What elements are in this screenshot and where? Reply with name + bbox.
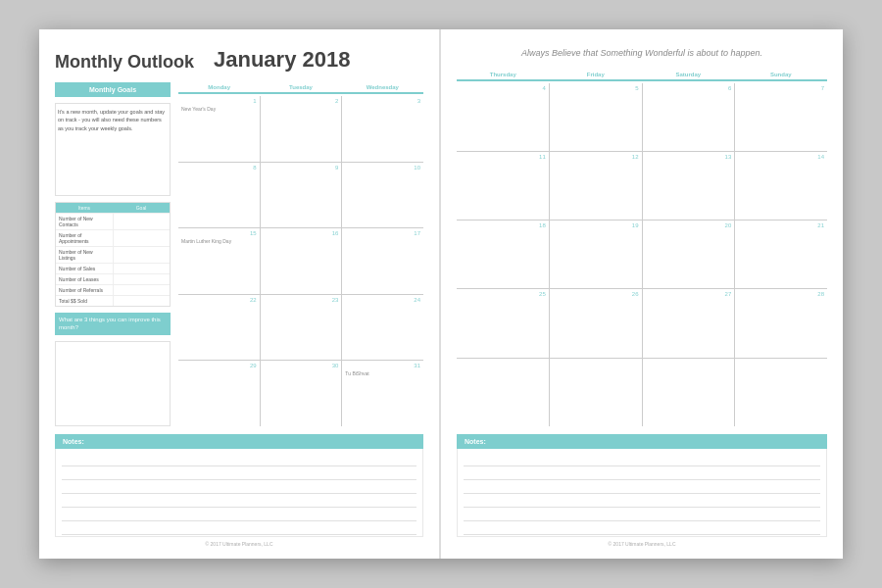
cal-date: 30: [264, 363, 339, 368]
cal-week: 4 5 6 7: [457, 83, 827, 152]
cal-cell: [457, 359, 550, 426]
row-label: Total $$ Sold: [56, 296, 114, 306]
cal-date: 20: [646, 222, 732, 228]
left-page: Monthly Outlook January 2018 Monthly Goa…: [39, 29, 441, 559]
book-container: Monthly Outlook January 2018 Monthly Goa…: [39, 29, 843, 559]
note-line: [464, 521, 820, 535]
cal-grid-right: 4 5 6 7 11 12 13 14 18 19 20 21: [457, 83, 827, 426]
note-line: [62, 521, 416, 535]
day-wednesday: Wednesday: [342, 82, 423, 94]
left-content: Monthly Goals It's a new month, update y…: [55, 82, 423, 426]
cal-cell: 8: [178, 163, 261, 228]
cal-date: 2: [264, 98, 339, 104]
right-page: Always Believe that Something Wonderful …: [441, 29, 843, 559]
cal-date: 24: [345, 297, 420, 303]
note-line: [464, 466, 820, 480]
cal-cell: 19: [550, 220, 643, 288]
goals-table-header: Items Goal: [56, 203, 170, 213]
row-goal: [114, 264, 171, 273]
cal-date: 9: [264, 165, 339, 171]
cal-cell: 4: [457, 83, 550, 151]
cal-cell: 25: [457, 289, 550, 357]
cal-cell: 13: [643, 152, 736, 220]
cal-date: 10: [345, 165, 420, 171]
cal-date: 7: [738, 85, 824, 91]
cal-week: 25 26 27 28: [457, 289, 827, 358]
cal-date: 21: [738, 222, 824, 228]
cal-cell: 5: [550, 83, 643, 151]
cal-cell: 28: [735, 289, 827, 357]
cal-cell: 29: [178, 361, 261, 426]
cal-week: 29 30 31 Tu BiShvat: [178, 361, 423, 426]
cal-date: 19: [553, 222, 639, 228]
cal-cell: 20: [643, 220, 736, 288]
cal-date: 14: [738, 154, 824, 160]
cal-cell: 21: [735, 220, 827, 288]
table-row: Number of Referrals: [56, 284, 170, 295]
cal-date: 16: [264, 230, 339, 236]
cal-cell: [735, 359, 827, 426]
cal-week: 18 19 20 21: [457, 220, 827, 289]
cal-date: 8: [181, 165, 257, 171]
cal-date: 6: [646, 85, 732, 91]
cal-cell: 17: [342, 228, 423, 294]
day-monday: Monday: [178, 82, 260, 94]
row-label: Number of Appointments: [56, 230, 114, 246]
right-footer: © 2017 Ultimate Planners, LLC: [457, 541, 827, 547]
cal-date: 25: [460, 291, 546, 297]
cal-cell: 16: [261, 228, 343, 294]
row-goal: [114, 274, 171, 284]
day-sunday: Sunday: [735, 70, 828, 81]
cal-cell: 1 New Year's Day: [178, 96, 261, 162]
improve-header: What are 3 things you can improve this m…: [55, 313, 171, 336]
cal-date: 5: [553, 85, 639, 91]
cal-date: 18: [460, 222, 546, 228]
notes-header-left: Notes:: [55, 434, 423, 449]
day-friday: Friday: [550, 70, 643, 81]
cal-week: [457, 359, 827, 426]
left-header: Monthly Outlook January 2018: [55, 47, 423, 73]
row-goal: [114, 214, 171, 229]
cal-week: 8 9 10: [178, 163, 423, 229]
notes-lines-right: [457, 449, 827, 537]
table-row: Number of New Contacts: [56, 213, 170, 229]
right-cal-days-header: Thursday Friday Saturday Sunday: [457, 70, 827, 81]
cal-event: New Year's Day: [181, 106, 257, 112]
cal-cell: 12: [550, 152, 643, 220]
notes-lines-left: [55, 449, 423, 537]
note-line: [62, 508, 416, 521]
note-line: [62, 480, 416, 494]
goals-table: Items Goal Number of New Contacts Number…: [55, 202, 171, 307]
cal-days-header: Monday Tuesday Wednesday: [178, 82, 423, 94]
row-label: Number of Sales: [56, 264, 114, 273]
cal-cell: 14: [735, 152, 827, 220]
notes-section-left: Notes:: [55, 434, 423, 537]
cal-date: 27: [646, 291, 732, 297]
cal-date: 13: [646, 154, 732, 160]
note-line: [464, 480, 820, 494]
cal-cell: 18: [457, 220, 550, 288]
row-label: Number of New Contacts: [56, 214, 114, 229]
goals-text: It's a new month, update your goals and …: [55, 103, 171, 196]
cal-date: 1: [181, 98, 257, 104]
right-calendar: Thursday Friday Saturday Sunday 4 5 6 7 …: [457, 70, 827, 426]
notes-header-right: Notes:: [457, 434, 827, 449]
cal-cell: 27: [643, 289, 736, 357]
right-quote: Always Believe that Something Wonderful …: [457, 47, 827, 60]
cal-cell: 7: [735, 83, 827, 151]
row-goal: [114, 247, 171, 263]
cal-date: 23: [264, 297, 339, 303]
cal-cell: [550, 359, 643, 426]
note-line: [464, 494, 820, 508]
cal-cell: 24: [342, 295, 423, 361]
cal-cell: 6: [643, 83, 736, 151]
cal-cell: 2: [261, 96, 343, 162]
col-goal: Goal: [113, 203, 170, 213]
cal-cell: 26: [550, 289, 643, 357]
day-tuesday: Tuesday: [260, 82, 341, 94]
cal-event: Martin Luther King Day: [181, 238, 257, 244]
monthly-outlook-title: Monthly Outlook: [55, 53, 194, 73]
cal-cell: 3: [342, 96, 423, 162]
notes-section-right: Notes:: [457, 434, 827, 537]
table-row: Number of New Listings: [56, 246, 170, 263]
